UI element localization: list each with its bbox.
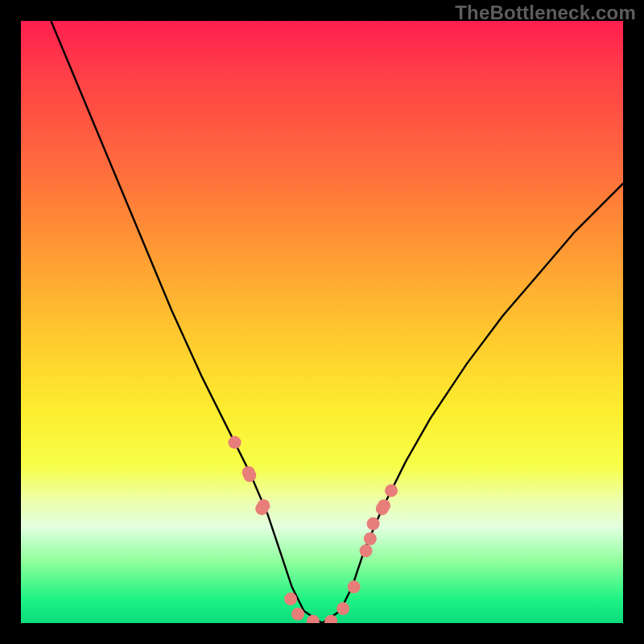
bottleneck-curve	[51, 21, 623, 623]
marker-dot	[243, 469, 256, 482]
marker-dot	[360, 544, 373, 557]
curve-markers	[229, 436, 398, 623]
marker-dot	[367, 518, 380, 530]
marker-dot	[385, 484, 398, 497]
marker-dot	[324, 615, 337, 623]
chart-stage: TheBottleneck.com	[0, 0, 644, 644]
chart-svg	[21, 21, 623, 623]
marker-dot	[378, 499, 390, 512]
marker-dot	[364, 532, 377, 545]
marker-dot	[348, 580, 361, 593]
marker-dot	[257, 499, 270, 512]
marker-dot	[307, 615, 320, 623]
marker-dot	[284, 592, 297, 605]
watermark-text: TheBottleneck.com	[455, 2, 636, 24]
marker-dot	[336, 602, 349, 615]
plot-area	[21, 21, 623, 623]
marker-dot	[291, 608, 304, 621]
marker-dot	[229, 436, 242, 449]
